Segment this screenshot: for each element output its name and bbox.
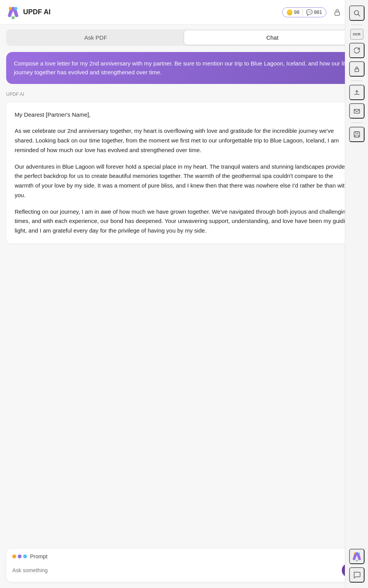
updf-logo-icon (6, 5, 20, 19)
right-sidebar: OCR (345, 0, 368, 588)
lock-header-icon (333, 8, 341, 17)
ai-paragraph-1: My Dearest [Partner's Name], (15, 110, 353, 120)
prompt-input-row (12, 563, 356, 577)
token-count: 98 (294, 9, 299, 15)
svg-point-0 (9, 7, 12, 10)
ai-response-card: My Dearest [Partner's Name], As we celeb… (6, 102, 362, 243)
upload-sidebar-button[interactable] (349, 85, 365, 100)
refresh-sidebar-button[interactable] (349, 43, 365, 58)
ai-label-row: UPDF AI (6, 89, 362, 100)
token-badge: 🪙 98 💬 981 (282, 7, 326, 17)
chat-count-icon: 💬 (306, 9, 313, 15)
dot-orange (12, 554, 16, 558)
tab-ask-pdf[interactable]: Ask PDF (7, 30, 184, 45)
ai-label: UPDF AI (6, 92, 24, 97)
envelope-sidebar-button[interactable] (349, 103, 365, 119)
updf-bottom-button[interactable] (349, 549, 365, 564)
prompt-left: Prompt (12, 553, 47, 560)
svg-point-16 (356, 560, 358, 562)
lock-sidebar-button[interactable] (349, 61, 365, 77)
ai-paragraph-4: Reflecting on our journey, I am in awe o… (15, 207, 353, 236)
svg-line-8 (358, 14, 360, 16)
ai-paragraph-3: Our adventures in Blue Lagoon will forev… (15, 162, 353, 200)
user-message-bubble: Compose a love letter for my 2nd anniver… (6, 52, 362, 84)
search-sidebar-button[interactable] (349, 5, 365, 21)
sidebar-divider-1 (351, 25, 363, 25)
svg-rect-9 (355, 69, 359, 72)
ai-paragraph-2: As we celebrate our 2nd anniversary toge… (15, 126, 353, 155)
tab-chat[interactable]: Chat (184, 30, 361, 45)
prompt-area: Prompt ▾ (6, 549, 362, 582)
dot-blue (23, 554, 27, 558)
save-sidebar-button[interactable] (349, 127, 365, 142)
prompt-label: Prompt (30, 553, 47, 560)
ai-response-wrapper: UPDF AI My Dearest [Partner's Name], As … (6, 89, 362, 243)
chat-area: Compose a love letter for my 2nd anniver… (0, 46, 368, 544)
svg-point-2 (12, 16, 15, 19)
logo-area: UPDF AI (6, 5, 50, 19)
prompt-header: Prompt ▾ (12, 553, 356, 560)
ocr-sidebar-button[interactable]: OCR (350, 29, 363, 40)
app-header: UPDF AI 🪙 98 💬 981 (0, 0, 368, 25)
token-count-item: 🪙 98 (286, 9, 299, 15)
tabs-bar: Ask PDF Chat (6, 29, 362, 46)
svg-point-14 (354, 553, 356, 554)
settings-button[interactable] (330, 5, 344, 19)
ocr-label: OCR (353, 32, 361, 36)
dot-purple (18, 554, 22, 558)
sidebar-divider-3 (351, 122, 363, 123)
app-title: UPDF AI (23, 8, 50, 16)
svg-point-1 (14, 7, 17, 10)
chat-count-item: 💬 981 (306, 9, 322, 15)
prompt-dots (12, 554, 27, 558)
chat-bottom-button[interactable] (349, 567, 365, 583)
user-message-text: Compose a love letter for my 2nd anniver… (14, 60, 349, 75)
svg-rect-3 (335, 12, 339, 15)
token-icon: 🪙 (286, 9, 293, 15)
ask-something-input[interactable] (12, 567, 338, 573)
sidebar-divider-2 (351, 80, 363, 81)
svg-point-15 (358, 553, 360, 554)
svg-rect-10 (354, 109, 360, 113)
chat-count: 981 (314, 9, 322, 15)
